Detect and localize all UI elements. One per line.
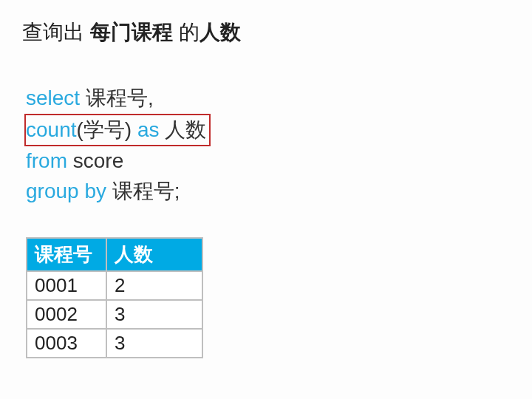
sql-text: 课程号, — [80, 86, 154, 109]
table-cell: 0003 — [27, 329, 106, 358]
table-header: 人数 — [106, 238, 202, 271]
table-cell: 3 — [106, 329, 202, 358]
table-header: 课程号 — [27, 238, 106, 271]
sql-text: 课程号; — [106, 180, 180, 202]
title-text-2: 的 — [173, 21, 200, 44]
highlight-box: count(学号) as 人数 — [24, 114, 211, 147]
table-cell: 0001 — [27, 271, 106, 300]
table-cell: 0002 — [27, 300, 106, 329]
result-table: 课程号 人数 0001 2 0002 3 0003 3 — [26, 237, 203, 358]
table-cell: 2 — [106, 271, 202, 300]
keyword-select: select — [26, 86, 80, 109]
table-row: 0002 3 — [27, 300, 202, 329]
table-row: 0001 2 — [27, 271, 202, 300]
sql-line-2: count(学号) as 人数 — [26, 114, 510, 147]
keyword-as: as — [137, 118, 160, 141]
table-header-row: 课程号 人数 — [27, 238, 202, 271]
sql-line-1: select 课程号, — [26, 83, 510, 114]
table-cell: 3 — [106, 300, 202, 329]
sql-text: 人数 — [160, 118, 207, 141]
title-text-1: 查询出 — [22, 21, 90, 44]
sql-code-block: select 课程号, count(学号) as 人数 from score g… — [26, 83, 510, 206]
sql-line-3: from score — [26, 146, 510, 177]
keyword-count: count — [26, 118, 77, 141]
table-row: 0003 3 — [27, 329, 202, 358]
sql-text: (学号) — [77, 118, 137, 141]
sql-line-4: group by 课程号; — [26, 177, 510, 207]
page-title: 查询出 每门课程 的人数 — [22, 18, 510, 47]
keyword-groupby: group by — [26, 180, 106, 202]
keyword-from: from — [26, 149, 67, 172]
sql-text: score — [67, 149, 123, 172]
title-bold-2: 人数 — [200, 21, 241, 44]
title-bold-1: 每门课程 — [90, 21, 173, 44]
